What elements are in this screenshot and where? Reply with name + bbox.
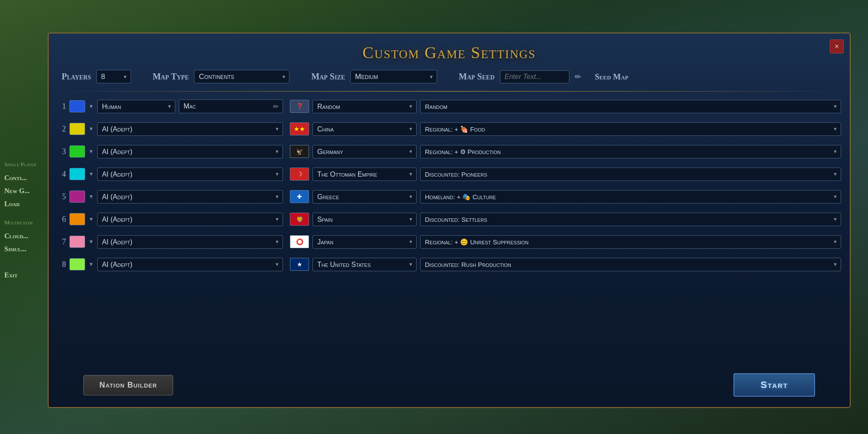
player-row-1: 1▼Human✏: [57, 97, 283, 116]
players-select-wrapper: 8 2345 67: [96, 70, 131, 83]
color-swatch-3[interactable]: [69, 145, 85, 158]
map-size-setting: Map Size Medium SmallLargeHuge: [311, 70, 437, 83]
start-button[interactable]: Start: [733, 373, 815, 397]
nation-select-8[interactable]: The United States: [312, 258, 417, 271]
name-edit-icon-1[interactable]: ✏: [273, 102, 279, 111]
nation-select-1[interactable]: Random: [312, 100, 417, 113]
color-dropdown-4[interactable]: ▼: [89, 171, 94, 178]
nation-flag-3: 🦅: [290, 145, 309, 158]
bonus-select-7[interactable]: Regional: + 😊 Unrest Suppression: [420, 235, 841, 249]
type-select-5[interactable]: AI (Adept): [97, 190, 283, 204]
bonus-select-2[interactable]: Regional: + 🍖 Food: [420, 122, 841, 136]
players-label: Players: [62, 72, 91, 82]
player-row-6: 6▼AI (Adept): [57, 210, 283, 229]
color-dropdown-7[interactable]: ▼: [89, 239, 94, 245]
sidebar-item-newgame[interactable]: New G...: [4, 186, 43, 196]
type-select-7[interactable]: AI (Adept): [97, 235, 283, 249]
color-dropdown-6[interactable]: ▼: [89, 216, 94, 223]
color-swatch-7[interactable]: [69, 236, 85, 248]
close-button[interactable]: ×: [830, 39, 844, 53]
sidebar-item-simul[interactable]: Simul...: [4, 244, 43, 254]
type-select-3[interactable]: AI (Adept): [97, 145, 283, 158]
bonus-select-6[interactable]: Discounted: Settlers: [420, 213, 841, 226]
bonus-select-8[interactable]: Discounted: Rush Production: [420, 258, 841, 271]
nation-row-2: ★★ChinaRegional: + 🍖 Food: [290, 119, 841, 138]
color-swatch-5[interactable]: [69, 191, 85, 203]
type-select-8[interactable]: AI (Adept): [97, 258, 283, 271]
bonus-select-3[interactable]: Regional: + ⚙ Production: [420, 145, 841, 158]
modal-title: Custom Game Settings: [362, 43, 536, 62]
bonus-select-5[interactable]: Homeland: + 🎭 Culture: [420, 190, 841, 204]
seed-input[interactable]: [500, 70, 569, 83]
nation-select-4[interactable]: The Ottoman Empire: [312, 168, 417, 181]
nation-row-8: ★The United StatesDiscounted: Rush Produ…: [290, 255, 841, 274]
nation-row-7: ⭕JapanRegional: + 😊 Unrest Suppression: [290, 232, 841, 251]
sidebar-item-cloud[interactable]: Cloud...: [4, 231, 43, 241]
sidebar-item-exit[interactable]: Exit: [4, 270, 43, 280]
type-select-6[interactable]: AI (Adept): [97, 213, 283, 226]
color-dropdown-3[interactable]: ▼: [89, 148, 94, 155]
multiplayer-label: Multiplayer: [4, 219, 43, 226]
name-input-1[interactable]: [179, 99, 283, 113]
players-setting: Players 8 2345 67: [62, 70, 131, 83]
nation-select-2[interactable]: China: [312, 122, 417, 136]
sidebar-item-continue[interactable]: Conti...: [4, 173, 43, 183]
player-num-5: 5: [57, 192, 66, 201]
player-row-5: 5▼AI (Adept): [57, 187, 283, 206]
player-row-8: 8▼AI (Adept): [57, 255, 283, 274]
divider: [57, 91, 841, 92]
map-size-label: Map Size: [311, 72, 345, 82]
map-size-select[interactable]: Medium SmallLargeHuge: [350, 70, 437, 83]
type-select-1[interactable]: Human: [97, 100, 175, 113]
player-num-4: 4: [57, 170, 66, 179]
color-swatch-6[interactable]: [69, 213, 85, 225]
player-num-3: 3: [57, 147, 66, 156]
nation-row-1: ❓RandomRandom: [290, 97, 841, 116]
color-dropdown-2[interactable]: ▼: [89, 126, 94, 132]
nation-flag-7: ⭕: [290, 235, 309, 248]
player-row-2: 2▼AI (Adept): [57, 119, 283, 138]
nation-select-6[interactable]: Spain: [312, 213, 417, 226]
color-swatch-4[interactable]: [69, 168, 85, 180]
player-row-7: 7▼AI (Adept): [57, 232, 283, 251]
map-seed-label: Map Seed: [459, 72, 494, 82]
nation-flag-6: 🦁: [290, 213, 309, 226]
title-bar: Custom Game Settings ×: [49, 33, 850, 70]
map-type-select-wrapper: Continents PangaeaArchipelago: [194, 70, 289, 83]
color-swatch-2[interactable]: [69, 123, 85, 135]
color-swatch-8[interactable]: [69, 258, 85, 270]
players-right: ❓RandomRandom★★ChinaRegional: + 🍖 Food🦅G…: [290, 97, 841, 274]
seed-edit-icon[interactable]: ✏: [575, 72, 581, 82]
nation-row-6: 🦁SpainDiscounted: Settlers: [290, 210, 841, 229]
sidebar-item-load[interactable]: Load: [4, 199, 43, 209]
nation-select-5[interactable]: Greece: [312, 190, 417, 204]
players-section: 1▼Human✏2▼AI (Adept)3▼AI (Adept)4▼AI (Ad…: [49, 97, 850, 274]
players-select[interactable]: 8 2345 67: [96, 70, 131, 83]
nation-row-4: ☽The Ottoman EmpireDiscounted: Pioneers: [290, 164, 841, 184]
nation-flag-2: ★★: [290, 122, 309, 135]
bonus-select-4[interactable]: Discounted: Pioneers: [420, 168, 841, 181]
color-dropdown-8[interactable]: ▼: [89, 261, 94, 268]
bottom-bar: Nation Builder Start: [49, 373, 850, 397]
modal: Custom Game Settings × Players 8 2345 67…: [48, 33, 851, 408]
type-select-4[interactable]: AI (Adept): [97, 168, 283, 181]
nation-row-5: ✚GreeceHomeland: + 🎭 Culture: [290, 187, 841, 206]
map-type-label: Map Type: [153, 72, 189, 82]
player-num-8: 8: [57, 260, 66, 269]
type-select-2[interactable]: AI (Adept): [97, 122, 283, 136]
bonus-select-1[interactable]: Random: [420, 100, 841, 113]
color-dropdown-5[interactable]: ▼: [89, 194, 94, 200]
single-player-label: Single Player: [4, 161, 43, 168]
map-type-select[interactable]: Continents PangaeaArchipelago: [194, 70, 289, 83]
nation-select-3[interactable]: Germany: [312, 145, 417, 158]
player-row-3: 3▼AI (Adept): [57, 142, 283, 161]
player-num-6: 6: [57, 215, 66, 224]
map-seed-setting: Map Seed ✏ Seed Map: [459, 70, 628, 83]
map-type-setting: Map Type Continents PangaeaArchipelago: [153, 70, 290, 83]
nation-flag-4: ☽: [290, 168, 309, 181]
nation-builder-button[interactable]: Nation Builder: [83, 375, 173, 395]
color-swatch-1[interactable]: [69, 100, 85, 112]
nation-flag-1: ❓: [290, 100, 309, 113]
nation-select-7[interactable]: Japan: [312, 235, 417, 249]
color-dropdown-1[interactable]: ▼: [89, 103, 94, 110]
